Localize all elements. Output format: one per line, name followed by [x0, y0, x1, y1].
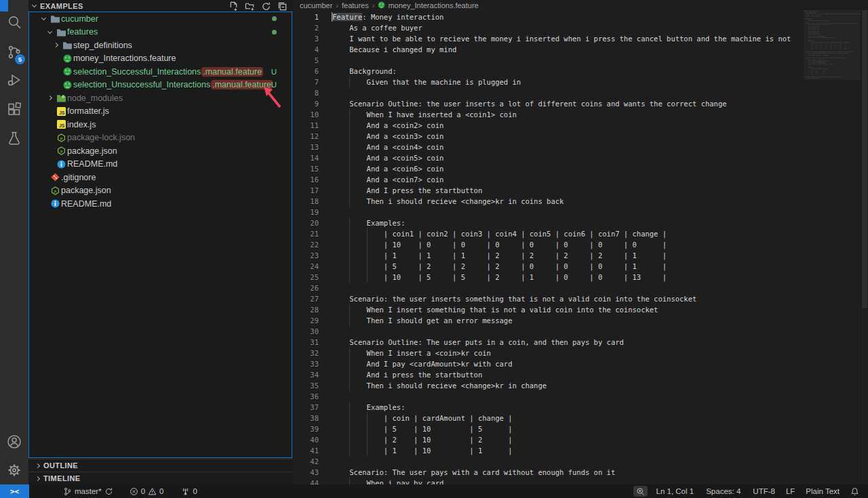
tree-item-features[interactable]: features [29, 26, 292, 39]
code-text: | 10 | 0 | 0 | 0 | 0 | 0 | 0 | 0 | [332, 239, 667, 250]
code-line[interactable]: 19 [293, 207, 868, 217]
tree-item-node-modules[interactable]: node_modules [29, 91, 292, 105]
ports-item[interactable]: 0 [178, 484, 200, 498]
git-branch-item[interactable]: master* [60, 484, 117, 498]
new-file-icon[interactable] [228, 1, 239, 12]
code-line[interactable]: 29 Then I should get an error message [293, 315, 868, 326]
code-line[interactable]: 13 And a <coin4> coin [293, 142, 868, 152]
code-line[interactable]: 18 Then i should recieve <change>kr in c… [293, 196, 868, 207]
code-line[interactable]: 31 Scenario Outline: The user puts in a … [293, 337, 868, 348]
search-icon[interactable] [0, 12, 28, 33]
run-and-debug-icon[interactable] [0, 70, 28, 90]
code-text: As a coffee buyer [332, 22, 422, 33]
tree-item-index-js[interactable]: JSindex.js [29, 118, 292, 131]
tree-item-selection-successful-interactions[interactable]: selection_Successful_Interactions.manual… [29, 65, 292, 79]
cursor-position[interactable]: Ln 1, Col 1 [653, 484, 698, 498]
code-line[interactable]: 37 Examples: [293, 402, 868, 413]
code-line[interactable]: 32 When I insert a <coin>kr coin [293, 348, 868, 358]
editor-scrollbar[interactable] [861, 10, 868, 484]
code-line[interactable]: 28 When I insert something that is not a… [293, 304, 868, 315]
breadcrumb-file[interactable]: money_Interactions.feature [388, 1, 478, 9]
breadcrumb-folder[interactable]: cucumber [300, 1, 332, 9]
minimap[interactable]: Feature: Money interaction As a coffee b… [804, 10, 861, 484]
extensions-icon[interactable] [0, 100, 28, 120]
code-line[interactable]: 30 [293, 326, 868, 337]
code-line[interactable]: 36 [293, 391, 868, 402]
new-folder-icon[interactable] [244, 1, 255, 12]
code-line[interactable]: 40 | 2 | 10 | 2 | [293, 434, 868, 445]
code-line[interactable]: 5 [293, 55, 868, 66]
encoding-item[interactable]: UTF-8 [749, 484, 778, 498]
explorer-section-header[interactable]: EXAMPLES [28, 0, 293, 12]
breadcrumb-folder[interactable]: features [342, 1, 369, 9]
code-line[interactable]: 21 | coin1 | coin2 | coin3 | coin4 | coi… [293, 228, 868, 239]
code-text: | coin | cardAmount | change | [332, 413, 513, 423]
code-line[interactable]: 25 | 10 | 5 | 5 | 2 | 1 | 0 | 0 | 13 | [293, 272, 868, 283]
code-line[interactable]: 12 And a <coin3> coin [293, 131, 868, 142]
code-line[interactable]: 4 Because i changed my mind [293, 44, 868, 55]
cucumber-icon [61, 54, 73, 63]
tree-item-package-json[interactable]: jspackage.json [29, 184, 292, 198]
code-editor[interactable]: 1Feature: Money interaction2 As a coffee… [293, 12, 868, 484]
tree-item-money-interactions-feature[interactable]: money_Interactions.feature [29, 52, 292, 66]
tree-item--gitignore[interactable]: .gitignore [29, 171, 292, 184]
code-line[interactable]: 7 Given that the machine is plugged in [293, 77, 868, 87]
outline-section[interactable]: OUTLINE [28, 459, 293, 472]
info-icon [49, 199, 61, 208]
code-line[interactable]: 27 Scenario: the user inserts something … [293, 293, 868, 304]
code-line[interactable]: 39 | 5 | 10 | 5 | [293, 423, 868, 434]
code-line[interactable]: 9 Scenario Outline: the user inserts a l… [293, 98, 868, 109]
tree-item-selection-unsuccessful-interactions[interactable]: selection_Unsuccessful_Interactions.manu… [29, 79, 292, 92]
code-line[interactable]: 16 And a <coin7> coin [293, 174, 868, 185]
code-line[interactable]: 1Feature: Money interaction [293, 12, 868, 22]
remote-indicator[interactable]: >< [0, 484, 29, 498]
eol-item[interactable]: LF [783, 484, 798, 498]
code-line[interactable]: 44 When i pay by card [293, 478, 868, 484]
code-line[interactable]: 14 And a <coin5> coin [293, 152, 868, 163]
code-line[interactable]: 20 Examples: [293, 217, 868, 228]
code-line[interactable]: 24 | 5 | 2 | 2 | 2 | 0 | 0 | 0 | 1 | [293, 261, 868, 272]
scrollbar-thumb[interactable] [862, 10, 867, 308]
tree-item-step-definitions[interactable]: step_definitions [29, 39, 292, 52]
code-line[interactable]: 43 Scenario: The user pays with a card w… [293, 467, 868, 478]
code-line[interactable]: 6 Background: [293, 66, 868, 77]
code-line[interactable]: 26 [293, 283, 868, 293]
code-line[interactable]: 33 And I pay <cardAmount>kr with card [293, 358, 868, 369]
code-line[interactable]: 2 As a coffee buyer [293, 22, 868, 33]
timeline-section[interactable]: TIMELINE [28, 472, 293, 484]
tree-item-cucumber[interactable]: cucumber [29, 12, 292, 26]
tree-item-package-json[interactable]: jspackage.json [29, 144, 292, 158]
code-line[interactable]: 15 And a <coin6> coin [293, 163, 868, 174]
file-tree[interactable]: cucumberfeaturesstep_definitionsmoney_In… [28, 12, 292, 458]
code-line[interactable]: 35 Then i should recieve <change>kr in c… [293, 380, 868, 391]
tree-item-formatter-js[interactable]: JSformatter.js [29, 105, 292, 119]
tree-item-package-lock-json[interactable]: jspackage-lock.json [29, 131, 292, 145]
code-line[interactable]: 34 And i press the startbutton [293, 369, 868, 380]
line-number: 25 [293, 272, 319, 283]
collapse-all-icon[interactable] [277, 1, 288, 12]
code-line[interactable]: 3 I want to be able to recieve the money… [293, 33, 868, 44]
source-control-icon[interactable]: 5 [0, 42, 28, 62]
tree-item-readme-md[interactable]: README.md [29, 197, 292, 211]
language-mode-item[interactable]: Plain Text [802, 484, 843, 498]
code-line[interactable]: 41 | 1 | 10 | 1 | [293, 445, 868, 456]
line-number: 18 [293, 196, 319, 207]
tree-item-readme-md[interactable]: README.md [29, 158, 292, 171]
code-line[interactable]: 8 [293, 87, 868, 98]
zoom-item[interactable] [633, 486, 648, 497]
code-line[interactable]: 38 | coin | cardAmount | change | [293, 413, 868, 423]
code-line[interactable]: 10 When I have inserted a <coin1> coin [293, 109, 868, 120]
code-line[interactable]: 11 And a <coin2> coin [293, 120, 868, 131]
testing-icon[interactable] [0, 128, 28, 148]
code-line[interactable]: 17 And I press the startbutton [293, 185, 868, 196]
indentation-item[interactable]: Spaces: 4 [703, 484, 744, 498]
notifications-item[interactable] [847, 484, 863, 498]
account-icon[interactable] [0, 432, 28, 452]
refresh-icon[interactable] [260, 1, 271, 12]
code-line[interactable]: 23 | 1 | 1 | 1 | 2 | 2 | 2 | 2 | 1 | [293, 250, 868, 261]
code-line[interactable]: 42 [293, 456, 868, 467]
settings-gear-icon[interactable] [0, 460, 28, 480]
sidebar-title: EXAMPLES [40, 2, 83, 10]
problems-item[interactable]: 0 0 [126, 484, 167, 498]
code-line[interactable]: 22 | 10 | 0 | 0 | 0 | 0 | 0 | 0 | 0 | [293, 239, 868, 250]
